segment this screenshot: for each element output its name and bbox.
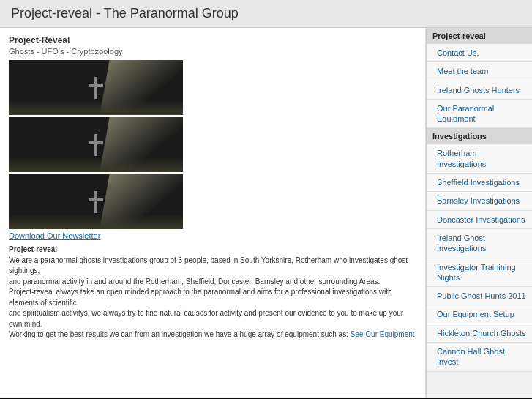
site-tagline: Ghosts - UFO's - Cryptozoology: [9, 47, 416, 56]
site-name: Project-Reveal: [9, 35, 416, 45]
sidebar-item-sheffield[interactable]: Sheffield Investigations: [427, 174, 532, 192]
sidebar-item-barnsley[interactable]: Barnsley Investigations: [427, 192, 532, 210]
download-newsletter-link[interactable]: Download Our Newsletter: [9, 231, 416, 240]
sidebar-item-cannon-hall[interactable]: Cannon Hall Ghost Invest: [427, 343, 532, 372]
sidebar-header-main: Project-reveal: [427, 28, 532, 44]
sidebar-item-ireland-hunters[interactable]: Ireland Ghosts Hunters: [427, 81, 532, 100]
sidebar-item-rotherham[interactable]: Rotherham Investigations: [427, 144, 532, 174]
description-text: Project-reveal We are a paranormal ghost…: [9, 245, 416, 340]
sidebar-item-public-hunts[interactable]: Public Ghost Hunts 2011: [427, 287, 532, 305]
equipment-link[interactable]: See Our Equipment: [351, 330, 415, 338]
sidebar-item-ireland-investigations[interactable]: Ireland Ghost Investigations: [427, 229, 532, 258]
sidebar-item-doncaster[interactable]: Doncaster Investigations: [427, 211, 532, 229]
sidebar-item-meet-team[interactable]: Meet the team: [427, 62, 532, 81]
sidebar-header-investigations: Investigations: [427, 128, 532, 144]
sidebar-item-equipment-setup[interactable]: Our Equipment Setup: [427, 305, 532, 324]
ghost-images-container: [9, 60, 184, 229]
main-content-area: Project-Reveal Ghosts - UFO's - Cryptozo…: [0, 28, 426, 398]
ghost-image-1: [9, 60, 183, 115]
description-site-name: Project-reveal: [9, 245, 57, 253]
ghost-image-3: [9, 174, 183, 229]
sidebar-item-contact[interactable]: Contact Us.: [427, 44, 532, 62]
sidebar: Project-revealContact Us.Meet the teamIr…: [426, 28, 532, 398]
sidebar-item-hickleton[interactable]: Hickleton Church Ghosts: [427, 324, 532, 343]
ghost-image-2: [9, 117, 183, 172]
sidebar-item-equipment[interactable]: Our Paranormal Equipment: [427, 100, 532, 129]
page-title: Project-reveal - The Paranormal Group: [0, 0, 532, 28]
sidebar-item-training[interactable]: Investigator Trainining Nights: [427, 258, 532, 288]
